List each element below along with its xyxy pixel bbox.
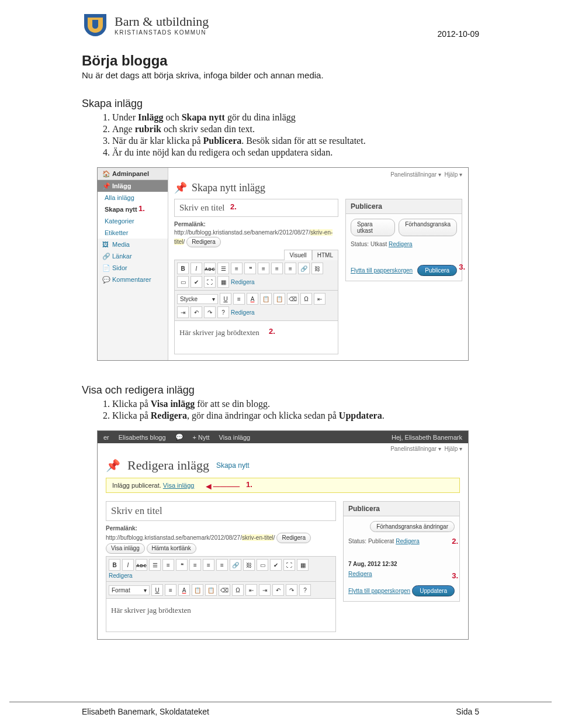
sidebar-sub-new-post[interactable]: Skapa nytt1. <box>98 203 168 215</box>
publish-button[interactable]: Publicera <box>417 265 457 276</box>
view-post-button[interactable]: Visa inlägg <box>106 543 145 554</box>
align-center-button[interactable]: ≡ <box>271 263 283 274</box>
help-link[interactable]: Hjälp ▾ <box>444 171 462 178</box>
underline-button[interactable]: U <box>220 293 231 305</box>
indent-button[interactable]: ⇥ <box>177 306 189 318</box>
panel-settings-link[interactable]: Panelinställningar ▾ <box>390 446 441 452</box>
format-dropdown[interactable]: Format▾ <box>109 585 150 595</box>
ul-button[interactable]: ☰ <box>149 559 161 571</box>
edit-date-link[interactable]: Redigera <box>348 571 372 577</box>
sidebar-sub-categories[interactable]: Kategorier <box>98 215 168 227</box>
toolbar-edit-link[interactable]: Redigera <box>109 572 133 579</box>
italic-button[interactable]: I <box>122 559 134 571</box>
paste-word-button[interactable]: 📋 <box>273 293 285 305</box>
redo-button[interactable]: ↷ <box>286 584 297 596</box>
outdent-button[interactable]: ⇤ <box>245 584 257 596</box>
sidebar-sub-all-posts[interactable]: Alla inlägg <box>98 192 168 203</box>
align-left-button[interactable]: ≡ <box>258 263 269 274</box>
style-dropdown[interactable]: Stycke▾ <box>177 294 218 304</box>
ol-button[interactable]: ≡ <box>231 263 243 274</box>
kitchensink-button[interactable]: ▦ <box>297 559 309 571</box>
more-button[interactable]: ▭ <box>257 559 268 571</box>
undo-button[interactable]: ↶ <box>191 306 202 318</box>
bold-button[interactable]: B <box>177 263 189 274</box>
edit-permalink-button[interactable]: Redigera <box>186 237 221 247</box>
redo-button[interactable]: ↷ <box>204 306 216 318</box>
preview-changes-button[interactable]: Förhandsgranska ändringar <box>370 521 455 532</box>
indent-button[interactable]: ⇥ <box>259 584 271 596</box>
align-left-button[interactable]: ≡ <box>189 559 201 571</box>
spellcheck-button[interactable]: ✔ <box>270 559 282 571</box>
sidebar-item-posts[interactable]: 📌Inlägg <box>98 180 168 192</box>
post-body-editor[interactable]: Här skriver jag brödtexten <box>106 599 336 632</box>
trash-link[interactable]: Flytta till papperskorgen <box>348 588 410 594</box>
edit-status-link[interactable]: Redigera <box>396 538 420 544</box>
justify-button[interactable]: ≡ <box>165 584 176 596</box>
post-title-input[interactable]: Skriv en titel <box>106 501 336 521</box>
justify-button[interactable]: ≡ <box>233 293 245 305</box>
adminbar-view-post[interactable]: Visa inlägg <box>219 434 251 441</box>
create-new-link[interactable]: Skapa nytt <box>216 461 250 470</box>
tab-html[interactable]: HTML <box>312 250 338 260</box>
align-right-button[interactable]: ≡ <box>216 559 228 571</box>
align-center-button[interactable]: ≡ <box>203 559 214 571</box>
link-button[interactable]: 🔗 <box>298 263 310 274</box>
help-button[interactable]: ? <box>217 306 229 318</box>
link-button[interactable]: 🔗 <box>230 559 241 571</box>
clear-format-button[interactable]: ⌫ <box>219 584 230 596</box>
bold-button[interactable]: B <box>109 559 120 571</box>
sidebar-item-media[interactable]: 🖼Media <box>98 239 168 250</box>
toolbar-edit-link[interactable]: Redigera <box>231 279 255 285</box>
undo-button[interactable]: ↶ <box>272 584 284 596</box>
sidebar-item-links[interactable]: 🔗Länkar <box>98 250 168 262</box>
help-button[interactable]: ? <box>299 584 311 596</box>
paste-word-button[interactable]: 📋 <box>205 584 217 596</box>
underline-button[interactable]: U <box>151 584 163 596</box>
unlink-button[interactable]: ⛓ <box>311 263 323 274</box>
panel-settings-link[interactable]: Panelinställningar ▾ <box>390 171 441 178</box>
toolbar-edit-link2[interactable]: Redigera <box>231 309 255 316</box>
paste-text-button[interactable]: 📋 <box>260 293 272 305</box>
post-title-input[interactable]: Skriv en titel <box>174 199 338 217</box>
paste-text-button[interactable]: 📋 <box>192 584 203 596</box>
adminbar-site-name[interactable]: Elisabeths blogg <box>119 434 166 441</box>
strike-button[interactable]: ᴀʙᴄ <box>204 263 216 274</box>
align-right-button[interactable]: ≡ <box>285 263 296 274</box>
more-button[interactable]: ▭ <box>177 276 189 288</box>
sidebar-item-pages[interactable]: 📄Sidor <box>98 262 168 274</box>
strike-button[interactable]: ᴀʙᴄ <box>136 559 147 571</box>
tab-visual[interactable]: Visuell <box>284 250 311 260</box>
clear-format-button[interactable]: ⌫ <box>287 293 299 305</box>
italic-button[interactable]: I <box>191 263 202 274</box>
kitchensink-button[interactable]: ▦ <box>217 276 229 288</box>
post-body-editor[interactable]: Här skriver jag brödtexten <box>174 321 338 354</box>
fullscreen-button[interactable]: ⛶ <box>204 276 216 288</box>
adminbar-greeting[interactable]: Hej, Elisabeth Banemark <box>392 434 462 441</box>
adminbar-new[interactable]: + Nytt <box>193 434 210 441</box>
update-button[interactable]: Uppdatera <box>412 585 455 596</box>
edit-status-link[interactable]: Redigera <box>389 241 413 247</box>
quote-button[interactable]: ❝ <box>244 263 256 274</box>
sidebar-sub-tags[interactable]: Etiketter <box>98 227 168 239</box>
save-draft-button[interactable]: Spara utkast <box>351 219 395 236</box>
ul-button[interactable]: ☰ <box>217 263 229 274</box>
sidebar-item-adminpanel[interactable]: 🏠Adminpanel <box>98 168 168 180</box>
charmap-button[interactable]: Ω <box>300 293 312 305</box>
trash-link[interactable]: Flytta till papperskorgen <box>351 267 413 274</box>
charmap-button[interactable]: Ω <box>232 584 244 596</box>
view-post-link[interactable]: Visa inlägg <box>163 482 195 489</box>
sidebar-item-comments[interactable]: 💬Kommentarer <box>98 274 168 285</box>
edit-permalink-button[interactable]: Redigera <box>276 533 311 543</box>
spellcheck-button[interactable]: ✔ <box>191 276 202 288</box>
ol-button[interactable]: ≡ <box>162 559 174 571</box>
unlink-button[interactable]: ⛓ <box>243 559 255 571</box>
quote-button[interactable]: ❝ <box>176 559 188 571</box>
preview-button[interactable]: Förhandsgranska <box>399 219 457 236</box>
textcolor-button[interactable]: A <box>178 584 190 596</box>
adminbar-comment-icon[interactable]: 💬 <box>175 433 183 441</box>
fullscreen-button[interactable]: ⛶ <box>283 559 295 571</box>
adminbar-item[interactable]: er <box>103 434 109 441</box>
outdent-button[interactable]: ⇤ <box>314 293 325 305</box>
textcolor-button[interactable]: A <box>247 293 258 305</box>
help-link[interactable]: Hjälp ▾ <box>444 446 462 452</box>
